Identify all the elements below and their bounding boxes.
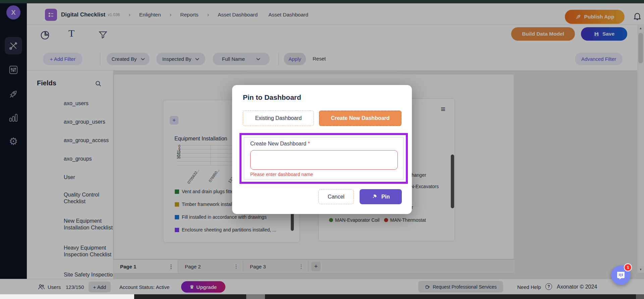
error-message: Please enter dashboard name — [250, 172, 313, 177]
dashboard-name-input[interactable] — [250, 150, 398, 170]
pin-icon — [372, 194, 377, 200]
cancel-button[interactable]: Cancel — [318, 189, 354, 204]
create-new-dashboard-tab[interactable]: Create New Dashboard — [319, 111, 401, 126]
chat-icon — [616, 271, 626, 280]
scrollbar-thumb[interactable] — [0, 294, 134, 299]
highlight-annotation: Create New Dashboard * Please enter dash… — [239, 133, 408, 184]
create-dashboard-field-panel: Create New Dashboard * Please enter dash… — [244, 137, 404, 180]
modal-title: Pin to Dashboard — [243, 93, 301, 101]
scrollbar-segment — [246, 294, 265, 299]
required-asterisk: * — [308, 141, 310, 146]
existing-dashboard-tab[interactable]: Existing Dashboard — [243, 111, 314, 126]
chat-widget-button[interactable]: 1 — [611, 265, 631, 285]
field-label: Create New Dashboard * — [250, 141, 310, 147]
scrollbar-corner — [636, 294, 644, 299]
pin-button[interactable]: Pin — [360, 189, 402, 204]
horizontal-scrollbar[interactable] — [0, 294, 644, 299]
chat-notification-badge: 1 — [624, 263, 632, 271]
